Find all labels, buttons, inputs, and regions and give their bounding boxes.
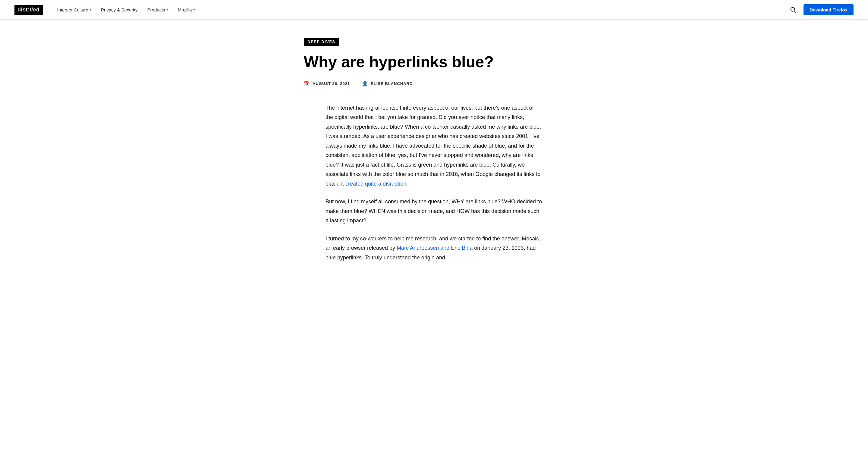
- disruption-link[interactable]: it created quite a disruption: [341, 181, 406, 187]
- article-date: 📅 AUGUST 26, 2021: [304, 81, 350, 87]
- article-author-text: ELISE BLANCHARD: [371, 81, 412, 86]
- svg-line-1: [794, 11, 796, 12]
- search-button[interactable]: [787, 4, 799, 15]
- paragraph-1-text-after: .: [406, 181, 408, 187]
- nav-label-products: Products: [147, 7, 165, 12]
- article-author: 👤 ELISE BLANCHARD: [362, 81, 412, 87]
- marc-andreessen-link[interactable]: Marc Andreessen and Eric Bina: [397, 245, 472, 251]
- chevron-down-icon: ▾: [90, 8, 91, 12]
- chevron-down-icon-mozilla: ▾: [193, 8, 195, 12]
- header-right: Download Firefox: [787, 4, 854, 15]
- nav-products[interactable]: Products ▾: [144, 5, 172, 15]
- nav-label-privacy-security: Privacy & Security: [101, 7, 138, 12]
- article-body: The internet has ingrained itself into e…: [326, 103, 542, 263]
- header-left: dist://ed Internet Culture ▾ Privacy & S…: [14, 5, 198, 15]
- paragraph-2-text: But now, I find myself all consumed by t…: [326, 198, 542, 224]
- chevron-down-icon-products: ▾: [166, 8, 168, 12]
- person-icon: 👤: [362, 81, 368, 87]
- article-container: DEEP DIVES Why are hyperlinks blue? 📅 AU…: [304, 38, 564, 262]
- main-nav: Internet Culture ▾ Privacy & Security Pr…: [54, 5, 198, 15]
- nav-label-mozilla: Mozilla: [178, 7, 192, 12]
- nav-label-internet-culture: Internet Culture: [57, 7, 88, 12]
- main-content: DEEP DIVES Why are hyperlinks blue? 📅 AU…: [289, 20, 579, 295]
- category-badge: DEEP DIVES: [304, 38, 339, 46]
- calendar-icon: 📅: [304, 81, 310, 87]
- download-firefox-button[interactable]: Download Firefox: [804, 4, 854, 15]
- nav-privacy-security[interactable]: Privacy & Security: [97, 5, 141, 15]
- article-date-text: AUGUST 26, 2021: [313, 81, 350, 86]
- search-icon: [789, 6, 796, 13]
- article-paragraph-1: The internet has ingrained itself into e…: [326, 103, 542, 189]
- site-header: dist://ed Internet Culture ▾ Privacy & S…: [0, 0, 868, 20]
- article-paragraph-3: I turned to my co-workers to help me res…: [326, 234, 542, 263]
- article-meta: 📅 AUGUST 26, 2021 👤 ELISE BLANCHARD: [304, 81, 564, 87]
- article-paragraph-2: But now, I find myself all consumed by t…: [326, 197, 542, 226]
- article-title: Why are hyperlinks blue?: [304, 53, 551, 71]
- nav-internet-culture[interactable]: Internet Culture ▾: [54, 5, 95, 15]
- nav-mozilla[interactable]: Mozilla ▾: [174, 5, 198, 15]
- site-logo[interactable]: dist://ed: [14, 5, 43, 15]
- paragraph-1-text-before: The internet has ingrained itself into e…: [326, 105, 541, 187]
